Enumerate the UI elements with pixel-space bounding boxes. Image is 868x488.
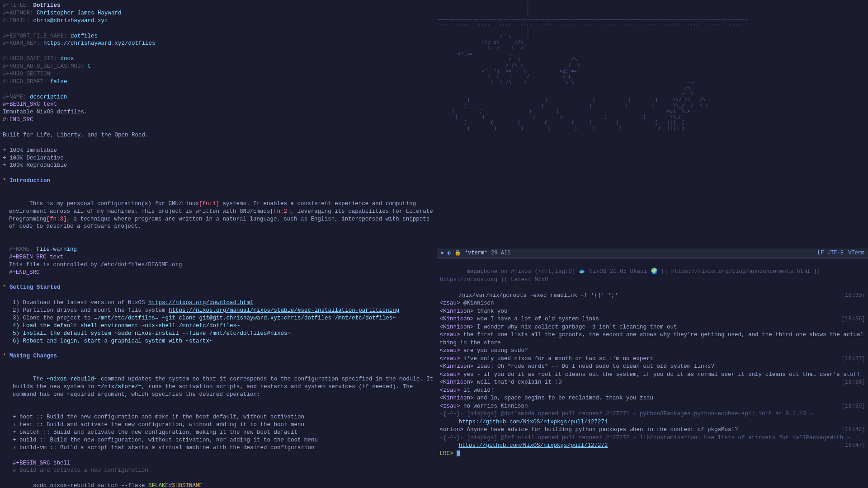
irc-message: <Kinnison> and lo, space begins to be re… xyxy=(440,394,866,403)
irc-nick: <Kinnison> xyxy=(440,316,474,322)
irc-message: <zsau> yes - if you do it as root it cle… xyxy=(440,371,866,379)
irc-nick: <Kinnison> xyxy=(440,379,474,385)
irc-nick: <Kinnison> xyxy=(440,395,474,401)
list-item: + build :: Build the new configuration, … xyxy=(3,436,434,444)
irc-message: <Kinnison> zsau: Oh *rude words* -- Do I… xyxy=(440,363,866,371)
irc-message: <zsau> @Kinnison xyxy=(440,300,866,308)
erc-prompt: ERC> xyxy=(440,450,457,457)
list-item: + boot :: Build the new configuration an… xyxy=(3,413,434,421)
irc-timestamp: [18:37] xyxy=(841,355,865,363)
bullet: + 100% Declarative xyxy=(3,155,434,162)
major-mode: VTerm xyxy=(848,250,864,256)
footnote-1[interactable]: [fn:1] xyxy=(199,201,219,207)
irc-message: <zsau> it would! xyxy=(440,387,866,395)
vterm-modeline: ● ◐ 🔒 *vterm* 29 All LF UTF-8 VTerm xyxy=(437,249,868,258)
irc-nick: <Kinnison> xyxy=(440,308,474,314)
heading-introduction[interactable]: Introduction xyxy=(9,178,50,184)
end-src: #+END_SRC xyxy=(3,117,33,123)
irc-nick: <zsau> xyxy=(440,403,460,409)
list-item: + test :: Build and activate the new con… xyxy=(3,421,434,429)
cursor[interactable] xyxy=(457,450,460,456)
heading-star[interactable]: * xyxy=(3,353,9,359)
readonly-indicator-icon: ◐ xyxy=(448,249,451,256)
modified-indicator-icon: ● xyxy=(441,250,444,256)
doc-author: Christopher James Hayward xyxy=(37,10,122,16)
pr-link[interactable]: https://github.com/NixOS/nixpkgs/pull/12… xyxy=(459,419,608,425)
irc-nick: <zsau> xyxy=(440,332,460,338)
footnote-2[interactable]: [fn:2] xyxy=(270,208,291,215)
pr-link[interactable]: https://github.com/NixOS/nixpkgs/pull/12… xyxy=(459,442,608,449)
partition-link[interactable]: https://nixos.org/manual/nixos/stable/#s… xyxy=(169,307,399,314)
irc-message: <Kinnison> I wonder why nix-collect-garb… xyxy=(440,324,866,332)
org-editor-pane[interactable]: #+TITLE: Dotfiles #+AUTHOR: Christopher … xyxy=(0,0,437,488)
bullet: + 100% Immutable xyxy=(3,147,434,155)
list-item: + switch :: Build and activate the new c… xyxy=(3,429,434,436)
encoding: LF UTF-8 xyxy=(817,250,844,256)
irc-message: <zsau> i've only used nixos for a month … xyxy=(440,355,866,363)
irc-pane[interactable]: megaphone on #nixos (+nrt,lag:0) 🐟 NixOS… xyxy=(437,258,868,488)
irc-nick: <zsau> xyxy=(440,347,460,354)
heading-getting-started[interactable]: Getting Started xyxy=(9,284,61,291)
doc-title: Dotfiles xyxy=(33,2,61,9)
doc-email: chris@chrishayward.xyz xyxy=(33,18,108,24)
irc-message: <zsau> no worries Kinnison[18:39] xyxy=(440,403,866,411)
irc-message: <zsau> the first one lists all the gcroo… xyxy=(440,331,866,347)
vterm-pane[interactable]: | | | ~~~~~~~~~~~~~~~~~~~~~~~~~~~~~~~~~~… xyxy=(437,0,868,249)
heading-star[interactable]: * xyxy=(3,284,9,291)
buffer-position: 29 All xyxy=(491,250,510,256)
irc-timestamp: [18:36] xyxy=(841,315,865,324)
begin-src: #+BEGIN_SRC text xyxy=(3,101,57,108)
irc-nick: <zsau> xyxy=(440,371,460,378)
irc-message: <Kinnison> wow I have a lot of old syste… xyxy=(440,315,866,324)
irc-nick: <zsau> xyxy=(440,300,460,306)
ascii-art: | | | ~~~~~~~~~~~~~~~~~~~~~~~~~~~~~~~~~~… xyxy=(437,0,868,131)
heading-making-changes[interactable]: Making Changes xyxy=(9,353,57,359)
lock-icon: 🔒 xyxy=(454,249,461,256)
irc-nick: <zsau> xyxy=(440,387,460,394)
irc-message: <Kinnison> well that'd explain it :D[18:… xyxy=(440,379,866,387)
irc-timestamp: [18:35] xyxy=(841,292,865,300)
download-link[interactable]: https://nixos.org/download.html xyxy=(148,300,254,306)
org-keyword: #+TITLE: xyxy=(3,2,30,9)
list-item: + build-vm :: Build a script that starts… xyxy=(3,444,434,452)
src-body: Immutable NixOS dotfiles. xyxy=(3,108,434,116)
irc-nick: <orion> xyxy=(440,427,464,433)
buffer-name: *vterm* xyxy=(465,250,487,256)
irc-message: <Kinnison> thank you xyxy=(440,308,866,316)
irc-nick: <Kinnison> xyxy=(440,324,474,330)
footnote-3[interactable]: [fn:3] xyxy=(47,216,67,222)
irc-nick: <zsau> xyxy=(440,356,460,362)
bullet: + 100% Reproducible xyxy=(3,162,434,169)
irc-nick: <Kinnison> xyxy=(440,363,474,370)
irc-timestamp: [18:39] xyxy=(841,403,865,411)
irc-message: <zsau> are you using sudo? xyxy=(440,347,866,355)
heading-star[interactable]: * xyxy=(3,178,9,184)
tagline: Built for Life, Liberty, and the Open Ro… xyxy=(3,131,434,139)
irc-timestamp: [18:38] xyxy=(841,379,865,387)
